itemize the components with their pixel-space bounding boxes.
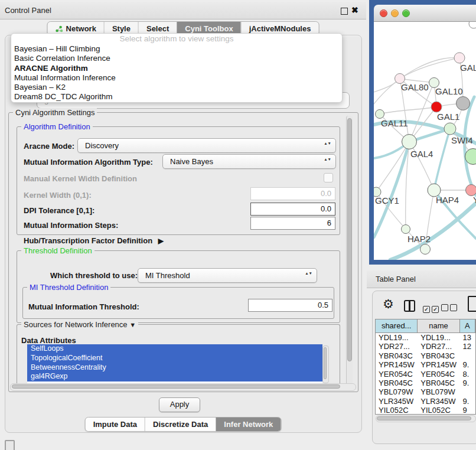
algorithm-option[interactable]: ARACNE Algorithm: [11, 64, 342, 73]
network-node[interactable]: [457, 97, 470, 110]
manual-kernel-width-checkbox[interactable]: [324, 173, 333, 182]
select-all-icon[interactable]: ✓✓: [423, 303, 441, 314]
attribute-list-item[interactable]: BetweennessCentrality: [27, 363, 322, 373]
attribute-list-item[interactable]: SelfLoops: [27, 344, 322, 354]
network-edge[interactable]: [434, 129, 450, 190]
table-row[interactable]: YER054CYER054C8.: [376, 370, 475, 379]
dpi-tolerance-field[interactable]: 0.0: [250, 203, 335, 216]
table-cell: 13: [460, 333, 475, 342]
sources-expander[interactable]: Sources for Network Inference ▼: [21, 320, 138, 329]
dropdown-hint: Select algorithm to view settings: [11, 34, 342, 44]
network-edge[interactable]: [400, 58, 459, 79]
table-panel-title: Table Panel: [376, 275, 416, 283]
scrollbar-thumb[interactable]: [12, 384, 340, 389]
cyni-bottom-tabs: Impute Data Discretize Data Infer Networ…: [85, 417, 282, 432]
close-icon[interactable]: ✖: [351, 5, 358, 15]
network-node[interactable]: [376, 110, 384, 119]
cyni-algorithm-settings-label: Cyni Algorithm Settings: [13, 108, 97, 117]
table-cell: YBR045C: [418, 379, 459, 387]
network-node[interactable]: [466, 185, 476, 196]
network-node[interactable]: [402, 225, 410, 234]
apply-button[interactable]: Apply: [159, 397, 200, 412]
attribute-list-item[interactable]: TopologicalCoefficient: [27, 354, 322, 363]
columns-icon[interactable]: [404, 300, 415, 312]
table-row[interactable]: YDR27...YDR27...12: [376, 342, 475, 351]
scrollbar-thumb[interactable]: [377, 416, 471, 420]
mi-steps-field[interactable]: 6: [250, 217, 335, 230]
algorithm-option[interactable]: Basic Correlation Inference: [11, 54, 342, 63]
function-builder-icon[interactable]: [468, 296, 476, 312]
table-cell: YPR145W: [376, 360, 418, 369]
gear-icon[interactable]: ⚙: [383, 297, 394, 311]
node-label: Y: [473, 195, 476, 205]
table-cell: YER054C: [418, 370, 459, 379]
table-cell: YIL052C: [418, 406, 459, 415]
node-label: SWI4: [451, 135, 473, 145]
expand-down-icon: ▼: [129, 321, 136, 328]
attribute-list-item[interactable]: gal4RGexp: [27, 372, 322, 381]
table-cell: YLR345W: [418, 397, 459, 406]
attributes-scrollbar[interactable]: [322, 345, 329, 383]
stepper-icon: ▲▼: [305, 271, 312, 275]
table-row[interactable]: YPR145WYPR145W9.: [376, 360, 475, 369]
tab-infer-network[interactable]: Infer Network: [216, 418, 281, 431]
table-row[interactable]: YLR345WYLR345W9.: [376, 397, 475, 406]
tab-impute-data[interactable]: Impute Data: [86, 418, 145, 431]
column-header-shared-name[interactable]: shared...: [376, 319, 418, 332]
table-row[interactable]: YDL19...YDL19...13: [376, 333, 475, 342]
table-cell: 9: [460, 406, 475, 415]
node-label: GAL4: [410, 149, 433, 159]
network-canvas-area[interactable]: GALGAL80GAL10GAL1GAL11SWI4GAL4GCY1HAP4YH…: [374, 21, 476, 260]
table-cell: 9.: [460, 360, 475, 369]
settings-vertical-scrollbar[interactable]: [346, 116, 353, 386]
table-horizontal-scrollbar[interactable]: [376, 415, 476, 422]
network-node[interactable]: [454, 53, 465, 63]
algorithm-option[interactable]: Dream8 DC_TDC Algorithm: [11, 92, 342, 102]
threshold-definition-label: Threshold Definition: [21, 246, 94, 255]
network-edge[interactable]: [465, 97, 476, 195]
minimized-panel-icon[interactable]: [5, 440, 15, 450]
scrollbar-thumb[interactable]: [324, 347, 327, 379]
close-traffic-light[interactable]: [380, 9, 387, 17]
minimize-traffic-light[interactable]: [391, 9, 399, 17]
algorithm-option[interactable]: Bayesian – Hill Climbing: [11, 44, 342, 54]
which-threshold-combobox[interactable]: MI Threshold ▲▼: [138, 268, 317, 283]
table-cell: 9.: [460, 397, 475, 406]
data-attributes-list[interactable]: SelfLoopsTopologicalCoefficientBetweenne…: [27, 344, 322, 383]
aracne-mode-combobox[interactable]: Discovery ▲▼: [77, 138, 336, 153]
network-node[interactable]: [402, 135, 417, 149]
network-node[interactable]: [469, 21, 476, 28]
scrollbar-thumb[interactable]: [347, 118, 352, 361]
network-edge[interactable]: [380, 107, 436, 114]
network-edge[interactable]: [376, 142, 409, 192]
network-node[interactable]: [431, 102, 442, 112]
table-row[interactable]: YBR045CYBR045C9.: [376, 379, 475, 387]
kernel-width-field[interactable]: 0.0: [250, 187, 335, 200]
network-node[interactable]: [444, 123, 456, 135]
control-panel-title: Control Panel: [5, 6, 51, 15]
hub-definition-expander[interactable]: Hub/Transcription Factor Definition ▶: [24, 236, 164, 245]
algorithm-option[interactable]: Mutual Information Inference: [11, 73, 342, 83]
network-node[interactable]: [420, 244, 431, 255]
column-header-partial[interactable]: A: [460, 319, 475, 332]
mi-threshold-field[interactable]: 0.5: [248, 299, 332, 312]
node-table: shared... name A YDL19...YDL19...13YDR27…: [375, 319, 476, 415]
column-header-name[interactable]: name: [418, 319, 459, 332]
screen: Control Panel ✖ Network Style Select Cyn…: [0, 0, 476, 450]
mi-algorithm-type-combobox[interactable]: Naive Bayes ▲▼: [162, 154, 336, 169]
algorithm-option[interactable]: Bayesian – K2: [11, 83, 342, 92]
float-window-icon[interactable]: [341, 8, 348, 15]
table-row[interactable]: YIL052CYIL052C9: [376, 406, 475, 415]
table-row[interactable]: YBL079WYBL079W: [376, 387, 475, 396]
dpi-tolerance-label: DPI Tolerance [0,1]:: [24, 206, 94, 215]
table-cell: YDR27...: [376, 342, 418, 351]
zoom-traffic-light[interactable]: [402, 9, 410, 17]
algorithm-dropdown: Select algorithm to view settings Bayesi…: [11, 33, 343, 103]
which-threshold-label: Which threshold to use:: [50, 271, 138, 280]
deselect-all-icon[interactable]: [441, 303, 459, 314]
tab-discretize-data[interactable]: Discretize Data: [145, 418, 216, 431]
table-row[interactable]: YBR043CYBR043C: [376, 351, 475, 360]
network-window-titlebar[interactable]: [374, 5, 476, 22]
network-canvas[interactable]: GALGAL80GAL10GAL1GAL11SWI4GAL4GCY1HAP4YH…: [374, 21, 476, 260]
settings-horizontal-scrollbar[interactable]: [10, 383, 356, 391]
